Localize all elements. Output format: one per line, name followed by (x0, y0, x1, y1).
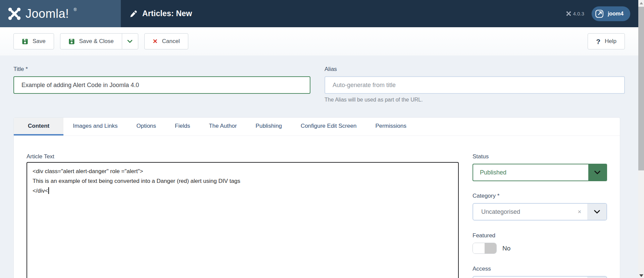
featured-value: No (502, 245, 510, 252)
cancel-button-label: Cancel (162, 38, 180, 45)
tab-fields[interactable]: Fields (165, 118, 199, 135)
category-label: Category * (473, 193, 607, 199)
title-input[interactable] (13, 76, 310, 94)
joomla-version-icon (566, 11, 571, 16)
toggle-track-off (485, 243, 496, 253)
tab-images-and-links[interactable]: Images and Links (63, 118, 127, 135)
version-badge: 4.0.3 (566, 11, 584, 16)
title-bar: Articles: New 4.0.3 (121, 0, 644, 27)
joomla-knot-icon (7, 7, 21, 21)
main-content: Title * Alias The Alias will be used as … (0, 55, 644, 278)
category-value: Uncategorised (481, 208, 578, 215)
toolbar: Save Save & Close ✕ Cancel (0, 27, 644, 55)
toggle-knob (473, 243, 485, 253)
save-options-dropdown-button[interactable] (122, 33, 138, 49)
access-field-group: Access (473, 266, 607, 278)
tab-configure-edit-screen[interactable]: Configure Edit Screen (291, 118, 366, 135)
chevron-down-icon (127, 38, 133, 45)
scroll-up-arrow[interactable] (638, 0, 644, 6)
alias-field-group: Alias The Alias will be used as part of … (325, 66, 625, 103)
triangle-down-icon (639, 274, 643, 277)
logo-area: Joomla!® (0, 0, 121, 27)
editor-line: </div< (33, 186, 453, 196)
editor-line: This is an example of text being convert… (33, 176, 453, 186)
page-title: Articles: New (142, 9, 192, 18)
version-number: 4.0.3 (573, 11, 584, 16)
status-field-group: Status Published (473, 153, 607, 181)
featured-row: No (473, 243, 607, 254)
save-floppy-icon (22, 38, 28, 45)
save-button-label: Save (33, 38, 46, 45)
status-label: Status (473, 153, 607, 160)
editor-line: <div class="alert alert-danger" role ="a… (33, 166, 453, 176)
cancel-button[interactable]: ✕ Cancel (144, 33, 188, 49)
alias-help-text: The Alias will be used as part of the UR… (325, 97, 625, 103)
title-label: Title * (13, 66, 310, 73)
status-chevron-down-icon[interactable] (588, 164, 606, 181)
question-mark-icon: ? (596, 38, 600, 45)
joomla-logo[interactable]: Joomla!® (7, 7, 77, 21)
alias-input[interactable] (325, 76, 625, 94)
category-select[interactable]: Uncategorised × (473, 203, 607, 221)
save-close-button[interactable]: Save & Close (60, 33, 122, 49)
access-chevron-down-icon[interactable] (587, 277, 606, 278)
top-bar: Joomla!® Articles: New (0, 0, 644, 27)
save-button[interactable]: Save (13, 33, 54, 49)
pencil-icon (130, 10, 138, 18)
clear-selection-icon[interactable]: × (578, 208, 581, 215)
scroll-down-arrow[interactable] (638, 274, 644, 277)
title-alias-row: Title * Alias The Alias will be used as … (13, 66, 625, 103)
help-button-label: Help (605, 38, 616, 45)
help-button[interactable]: ? Help (588, 33, 625, 49)
tab-permissions[interactable]: Permissions (366, 118, 416, 135)
topbar-right: 4.0.3 joom4 (566, 6, 644, 21)
external-link-icon (595, 9, 604, 18)
vertical-scrollbar[interactable] (638, 0, 644, 278)
save-floppy-icon (68, 38, 75, 45)
text-cursor (48, 187, 49, 194)
tab-options[interactable]: Options (127, 118, 165, 135)
category-field-group: Category * Uncategorised × (473, 193, 607, 221)
tab-content[interactable]: Content (14, 118, 63, 135)
title-field-group: Title * (13, 66, 310, 103)
article-settings-sidebar: Status Published Category * Uncategorise… (473, 153, 607, 278)
featured-field-group: Featured No (473, 232, 607, 254)
user-menu-button[interactable]: joom4 (592, 6, 630, 21)
tab-bar: Content Images and Links Options Fields … (14, 118, 620, 136)
registered-mark: ® (74, 7, 77, 12)
cancel-x-icon: ✕ (153, 38, 158, 44)
user-menu-label: joom4 (608, 11, 624, 17)
status-value: Published (480, 169, 588, 176)
featured-toggle[interactable] (473, 243, 497, 254)
access-label: Access (473, 266, 607, 272)
tab-the-author[interactable]: The Author (199, 118, 246, 135)
logo-wordmark: Joomla! (26, 7, 69, 21)
featured-label: Featured (473, 232, 607, 239)
article-text-editor[interactable]: <div class="alert alert-danger" role ="a… (27, 162, 459, 278)
content-tab-panel: Article Text <div class="alert alert-dan… (14, 136, 620, 278)
triangle-up-icon (640, 2, 643, 4)
category-chevron-down-icon[interactable] (587, 204, 606, 220)
scrollbar-thumb[interactable] (638, 7, 644, 170)
article-edit-card: Content Images and Links Options Fields … (13, 117, 620, 278)
editor-column: Article Text <div class="alert alert-dan… (27, 153, 459, 278)
tab-publishing[interactable]: Publishing (246, 118, 291, 135)
save-close-button-group: Save & Close (60, 33, 138, 49)
alias-label: Alias (325, 66, 625, 73)
access-select[interactable] (473, 276, 607, 278)
save-close-button-label: Save & Close (79, 38, 114, 45)
status-select[interactable]: Published (473, 164, 607, 181)
article-text-label: Article Text (27, 153, 459, 160)
